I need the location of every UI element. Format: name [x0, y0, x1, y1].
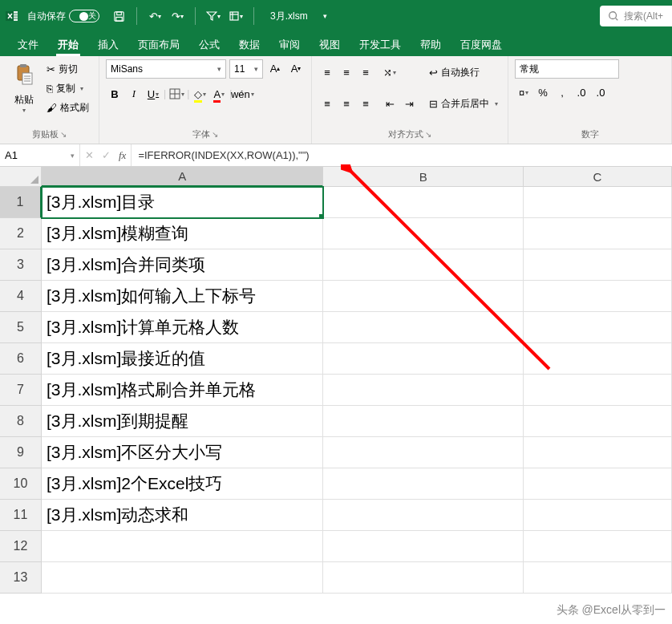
- tab-home[interactable]: 开始: [48, 34, 88, 56]
- cell[interactable]: [323, 312, 524, 343]
- tab-data[interactable]: 数据: [229, 34, 269, 56]
- merge-center-button[interactable]: ⊟合并后居中▾: [426, 95, 501, 113]
- formula-input[interactable]: =IFERROR(INDEX(XX,ROW(A1)),""): [132, 144, 672, 166]
- cell[interactable]: [323, 249, 524, 281]
- cell[interactable]: [524, 343, 672, 375]
- cut-button[interactable]: ✂剪切: [43, 60, 92, 78]
- decrease-indent-icon[interactable]: ⇤: [381, 95, 399, 113]
- decrease-decimal-icon[interactable]: .0: [592, 83, 609, 101]
- col-header-c[interactable]: C: [524, 167, 672, 187]
- number-format-combo[interactable]: 常规: [515, 59, 619, 79]
- cell[interactable]: [524, 531, 672, 562]
- qat-sheet-icon[interactable]: ▾: [226, 6, 245, 26]
- cell[interactable]: [323, 406, 524, 437]
- font-dialog-launcher[interactable]: ↘: [212, 130, 218, 139]
- row-header[interactable]: 12: [0, 531, 42, 562]
- clipboard-dialog-launcher[interactable]: ↘: [60, 130, 67, 139]
- cell[interactable]: [3月.xlsm]计算单元格人数: [42, 312, 323, 343]
- cell[interactable]: [524, 375, 672, 406]
- font-color-button[interactable]: A▾: [210, 85, 228, 103]
- cell[interactable]: [524, 437, 672, 468]
- cell[interactable]: [3月.xlsm]最接近的值: [42, 343, 323, 375]
- increase-font-icon[interactable]: A▴: [266, 59, 284, 77]
- row-header[interactable]: 10: [0, 468, 42, 500]
- cell[interactable]: [524, 218, 672, 249]
- row-header[interactable]: 2: [0, 218, 42, 249]
- align-left-icon[interactable]: ≡: [318, 95, 336, 113]
- col-header-b[interactable]: B: [323, 167, 524, 187]
- align-center-icon[interactable]: ≡: [338, 95, 355, 113]
- name-box[interactable]: A1▾: [0, 144, 80, 166]
- row-header[interactable]: 4: [0, 281, 42, 312]
- phonetic-button[interactable]: wén▾: [233, 85, 251, 103]
- row-header[interactable]: 7: [0, 375, 42, 406]
- cell[interactable]: [323, 281, 524, 312]
- cell[interactable]: [524, 562, 672, 594]
- tab-view[interactable]: 视图: [310, 34, 350, 56]
- autosave-toggle[interactable]: 自动保存 关: [27, 10, 99, 23]
- cell[interactable]: [524, 249, 672, 281]
- cell[interactable]: [323, 187, 524, 218]
- font-name-combo[interactable]: MiSans▾: [106, 59, 226, 79]
- align-right-icon[interactable]: ≡: [357, 95, 374, 113]
- cell[interactable]: [323, 375, 524, 406]
- qat-filter-icon[interactable]: ▾: [204, 6, 223, 26]
- row-header[interactable]: 6: [0, 343, 42, 375]
- row-header[interactable]: 1: [0, 187, 42, 218]
- copy-button[interactable]: ⎘复制▾: [43, 79, 92, 97]
- tab-insert[interactable]: 插入: [88, 34, 128, 56]
- col-header-a[interactable]: A: [42, 167, 323, 187]
- cell[interactable]: [3月.xlsm]合并同类项: [42, 249, 323, 281]
- row-header[interactable]: 3: [0, 249, 42, 281]
- cell[interactable]: [323, 500, 524, 531]
- cell[interactable]: [3月.xlsm]不区分大小写: [42, 437, 323, 468]
- font-size-combo[interactable]: 11▾: [229, 59, 263, 79]
- cell[interactable]: [3月.xlsm]动态求和: [42, 500, 323, 531]
- percent-icon[interactable]: %: [534, 83, 552, 101]
- fx-icon[interactable]: fx: [119, 149, 126, 162]
- select-all-corner[interactable]: [0, 167, 42, 187]
- cell[interactable]: [524, 281, 672, 312]
- search-box[interactable]: 搜索(Alt+: [600, 6, 672, 26]
- cell[interactable]: [42, 562, 323, 594]
- increase-indent-icon[interactable]: ⇥: [400, 95, 418, 113]
- confirm-formula-icon[interactable]: ✓: [102, 149, 111, 161]
- row-header[interactable]: 9: [0, 437, 42, 468]
- align-middle-icon[interactable]: ≡: [338, 64, 355, 82]
- increase-decimal-icon[interactable]: .0: [573, 83, 590, 101]
- cell[interactable]: [323, 343, 524, 375]
- qat-undo-icon[interactable]: ↶▾: [145, 6, 164, 26]
- qat-redo-icon[interactable]: ↷▾: [168, 6, 187, 26]
- orientation-icon[interactable]: ⤭▾: [381, 64, 399, 82]
- cell[interactable]: [3月.xlsm]模糊查询: [42, 218, 323, 249]
- filename-dropdown-icon[interactable]: ▾: [316, 6, 335, 26]
- qat-save-icon[interactable]: [109, 6, 128, 26]
- row-header[interactable]: 13: [0, 562, 42, 594]
- align-bottom-icon[interactable]: ≡: [357, 64, 374, 82]
- cell[interactable]: [3月.xlsm]格式刷合并单元格: [42, 375, 323, 406]
- sheet-grid[interactable]: A B C 1[3月.xlsm]目录2[3月.xlsm]模糊查询3[3月.xls…: [0, 167, 672, 594]
- borders-button[interactable]: ▾: [168, 85, 185, 103]
- row-header[interactable]: 11: [0, 500, 42, 531]
- cell[interactable]: [3月.xlsm]目录: [42, 187, 323, 218]
- tab-baidu[interactable]: 百度网盘: [451, 34, 512, 56]
- cell[interactable]: [524, 312, 672, 343]
- cell[interactable]: [323, 531, 524, 562]
- row-header[interactable]: 8: [0, 406, 42, 437]
- tab-help[interactable]: 帮助: [411, 34, 451, 56]
- cell[interactable]: [323, 437, 524, 468]
- cell[interactable]: [524, 406, 672, 437]
- underline-button[interactable]: U▾: [144, 85, 162, 103]
- currency-icon[interactable]: ¤▾: [515, 83, 532, 101]
- tab-file[interactable]: 文件: [8, 34, 48, 56]
- tab-developer[interactable]: 开发工具: [350, 34, 411, 56]
- italic-button[interactable]: I: [125, 85, 143, 103]
- cell[interactable]: [3月.xlsm]如何输入上下标号: [42, 281, 323, 312]
- tab-formulas[interactable]: 公式: [189, 34, 229, 56]
- cell[interactable]: [323, 218, 524, 249]
- cell[interactable]: [3月.xlsm]2个Excel技巧: [42, 468, 323, 500]
- row-header[interactable]: 5: [0, 312, 42, 343]
- cell[interactable]: [3月.xlsm]到期提醒: [42, 406, 323, 437]
- paste-button[interactable]: 粘贴 ▾: [6, 59, 42, 117]
- decrease-font-icon[interactable]: A▾: [287, 59, 305, 77]
